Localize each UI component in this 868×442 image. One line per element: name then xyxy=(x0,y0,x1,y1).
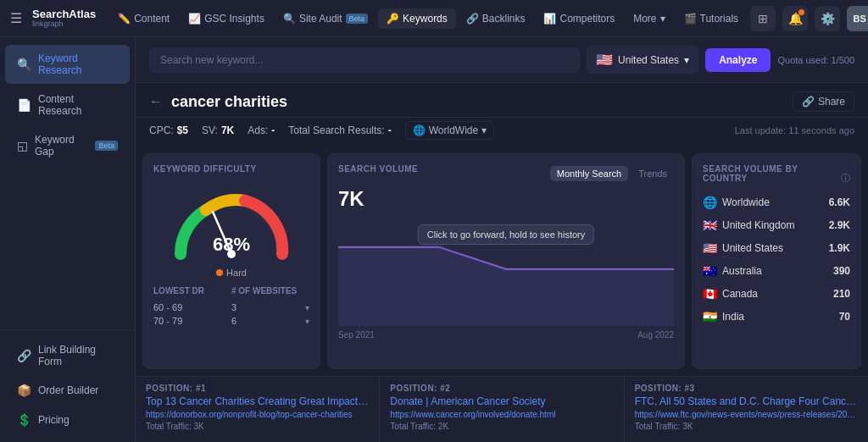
serp-url-3[interactable]: https://www.ftc.gov/news-events/news/pre… xyxy=(635,410,858,419)
share-label: Share xyxy=(818,96,845,108)
ads-value: - xyxy=(271,124,275,136)
meta-cpc: CPC: $5 xyxy=(149,124,188,136)
beta-badge-keyword-gap: Beta xyxy=(95,141,118,151)
country-row-us: 🇺🇸 United States 1.9K xyxy=(703,237,850,260)
nav-label-competitors: Competitors xyxy=(559,13,615,25)
pricing-icon: 💲 xyxy=(17,413,31,427)
au-val: 390 xyxy=(833,265,850,277)
keyword-research-icon: 🔍 xyxy=(17,58,31,71)
in-name: India xyxy=(722,311,834,323)
nav-label-more: More xyxy=(633,13,656,25)
sv-tabs: Monthly Search Trends xyxy=(550,166,674,181)
dr-count-row-1: 3 ▾ xyxy=(231,301,309,314)
grid-button[interactable]: ⊞ xyxy=(750,6,776,31)
top-nav: ☰ SearchAtlas linkgraph ✏️ Content 📈 GSC… xyxy=(0,0,868,37)
country-row-worldwide: 🌐 Worldwide 6.6K xyxy=(703,191,850,214)
logo-area: ☰ SearchAtlas linkgraph xyxy=(10,8,96,28)
sidebar-item-keyword-gap[interactable]: ◱ Keyword Gap Beta xyxy=(5,126,130,165)
tab-monthly-search[interactable]: Monthly Search xyxy=(550,166,628,181)
chevron-down-icon: ▾ xyxy=(660,13,665,25)
sidebar-label-pricing: Pricing xyxy=(38,414,70,426)
back-button[interactable]: ← xyxy=(149,94,163,109)
share-button[interactable]: 🔗 Share xyxy=(793,91,854,112)
avatar-button[interactable]: BS xyxy=(847,6,868,31)
sidebar-item-link-building[interactable]: 🔗 Link Building Form xyxy=(5,336,130,375)
chart-label-start: Sep 2021 xyxy=(338,330,375,340)
meta-ads: Ads: - xyxy=(248,124,275,136)
chart-labels: Sep 2021 Aug 2022 xyxy=(338,330,674,340)
info-icon[interactable]: ⓘ xyxy=(841,172,850,185)
analyze-button[interactable]: Analyze xyxy=(705,48,771,72)
nav-label-keywords: Keywords xyxy=(403,13,448,25)
serp-item-2: POSITION: #2 Donate | American Cancer So… xyxy=(380,377,624,442)
country-row-au: 🇦🇺 Australia 390 xyxy=(703,260,850,283)
results-value: - xyxy=(388,124,392,136)
nav-label-gsc: GSC Insights xyxy=(204,13,264,25)
search-bar-row: 🇺🇸 United States ▾ Analyze Quota used: 1… xyxy=(136,37,868,83)
site-audit-icon: 🔍 xyxy=(283,13,296,25)
chevron-country-icon: ▾ xyxy=(684,54,689,66)
globe-icon: 🌐 xyxy=(413,124,426,136)
quota-text: Quota used: 1/500 xyxy=(777,55,854,65)
settings-button[interactable]: ⚙️ xyxy=(815,6,840,31)
nav-item-backlinks[interactable]: 🔗 Backlinks xyxy=(458,8,534,29)
country-flag: 🇺🇸 xyxy=(596,52,613,68)
country-select[interactable]: 🇺🇸 United States ▾ xyxy=(587,46,698,74)
uk-val: 2.9K xyxy=(829,219,850,231)
logo-text: SearchAtlas xyxy=(32,8,96,19)
main-layout: 🔍 Keyword Research 📄 Content Research ◱ … xyxy=(0,37,868,442)
sidebar-item-order-builder[interactable]: 📦 Order Builder xyxy=(5,376,130,405)
serp-item-1: POSITION: #1 Top 13 Cancer Charities Cre… xyxy=(136,377,380,442)
expand-arrow-2[interactable]: ▾ xyxy=(305,317,309,326)
uk-flag: 🇬🇧 xyxy=(703,218,717,232)
nav-item-competitors[interactable]: 📊 Competitors xyxy=(535,8,623,29)
grid-icon: ⊞ xyxy=(758,12,768,25)
notification-button[interactable]: 🔔 xyxy=(782,6,808,31)
tutorials-icon: 🎬 xyxy=(684,13,697,25)
link-building-icon: 🔗 xyxy=(17,349,31,362)
serp-title-2[interactable]: Donate | American Cancer Society xyxy=(390,395,613,407)
hamburger-icon[interactable]: ☰ xyxy=(10,10,22,26)
sv-card-title: SEARCH VOLUME xyxy=(338,164,418,174)
nav-item-more[interactable]: More ▾ xyxy=(625,8,673,29)
keywords-icon: 🔑 xyxy=(387,13,399,25)
sidebar-item-content-research[interactable]: 📄 Content Research xyxy=(5,86,130,124)
dr-col-count: # OF WEBSITES 3 ▾ 6 ▾ xyxy=(231,286,309,328)
sv-label: SV: xyxy=(202,124,218,136)
logo: SearchAtlas linkgraph xyxy=(32,8,96,28)
serp-title-3[interactable]: FTC, All 50 States and D.C. Charge Four … xyxy=(635,395,858,407)
sidebar-bottom: 🔗 Link Building Form 📦 Order Builder 💲 P… xyxy=(0,329,135,435)
nav-item-keywords[interactable]: 🔑 Keywords xyxy=(378,8,456,29)
nav-item-site-audit[interactable]: 🔍 Site Audit Beta xyxy=(275,8,376,29)
nav-label-tutorials: Tutorials xyxy=(700,13,739,25)
dr-col-range: LOWEST DR 60 - 69 70 - 79 xyxy=(153,286,231,328)
content-icon: ✏️ xyxy=(118,13,131,25)
nav-item-gsc[interactable]: 📈 GSC Insights xyxy=(180,8,273,29)
chart-label-end: Aug 2022 xyxy=(637,330,674,340)
serp-pos-1: POSITION: #1 xyxy=(146,384,369,393)
tab-trends[interactable]: Trends xyxy=(632,166,674,181)
sidebar-label-keyword-gap: Keyword Gap xyxy=(35,134,85,157)
nav-right: ⊞ 🔔 ⚙️ BS ▾ xyxy=(750,6,868,31)
serp-url-1[interactable]: https://donorbox.org/nonprofit-blog/top-… xyxy=(146,410,369,419)
sidebar-item-keyword-research[interactable]: 🔍 Keyword Research xyxy=(5,45,130,84)
expand-arrow-1[interactable]: ▾ xyxy=(305,303,309,312)
nav-item-tutorials[interactable]: 🎬 Tutorials xyxy=(676,8,748,29)
worldwide-name: Worldwide xyxy=(722,196,824,208)
nav-item-content[interactable]: ✏️ Content xyxy=(109,8,178,29)
cards-row: KEYWORD DIFFICULTY xyxy=(136,146,868,376)
dr-row-1: 60 - 69 xyxy=(153,301,231,314)
sidebar-item-pricing[interactable]: 💲 Pricing xyxy=(5,406,130,434)
serp-title-1[interactable]: Top 13 Cancer Charities Creating Great I… xyxy=(146,395,369,407)
nav-label-content: Content xyxy=(134,13,170,25)
content-research-icon: 📄 xyxy=(17,98,31,112)
keyword-info: ← cancer charities 🔗 Share xyxy=(136,83,868,118)
search-input[interactable] xyxy=(149,47,580,73)
country-row-ca: 🇨🇦 Canada 210 xyxy=(703,283,850,306)
dr-row-2: 70 - 79 xyxy=(153,314,231,328)
serp-url-2[interactable]: https://www.cancer.org/involved/donate.h… xyxy=(390,410,613,419)
dr-count-2: 6 xyxy=(231,316,236,326)
country-name: United States xyxy=(618,54,679,66)
worldwide-select[interactable]: 🌐 WorldWide ▾ xyxy=(405,121,494,140)
country-row-uk: 🇬🇧 United Kingdom 2.9K xyxy=(703,214,850,237)
